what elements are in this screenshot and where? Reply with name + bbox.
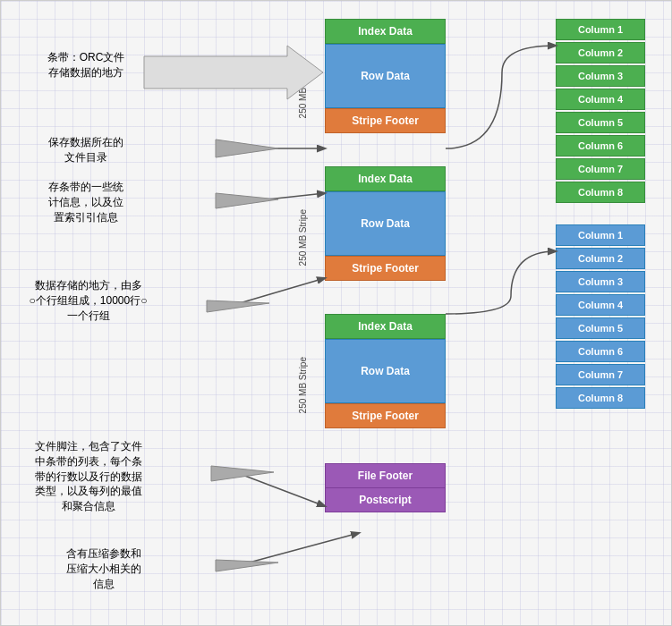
- label-stats: 存条带的一些统 计信息，以及位 置索引引信息: [19, 180, 153, 224]
- col-group1-item-4: Column 4: [556, 89, 645, 110]
- col-group1-item-6: Column 6: [556, 135, 645, 156]
- svg-line-9: [242, 533, 359, 564]
- label-file-footer: 文件脚注，包含了文件 中条带的列表，每个条 带的行数以及行的数据 类型，以及每列…: [10, 439, 166, 514]
- stripe-3: 250 MB Stripe Index Data Row Data Stripe…: [325, 314, 446, 428]
- stripe-1-row: Row Data: [325, 44, 446, 108]
- stripe-3-index: Index Data: [325, 314, 446, 339]
- label-stripe: 条带：ORC文件 存储数据的地方: [19, 50, 153, 80]
- label-data-storage: 数据存储的地方，由多 ○个行组组成，10000行○ 一个行组: [10, 278, 166, 323]
- col-group1-item-8: Column 8: [556, 182, 645, 203]
- file-footer-block: File Footer: [325, 463, 446, 488]
- stripe-2: 250 MB Stripe Index Data Row Data Stripe…: [325, 166, 446, 281]
- stripe-2-label: 250 MB Stripe: [298, 209, 308, 266]
- postscript-block: Postscript: [325, 488, 446, 512]
- label-file-dir: 保存数据所在的 文件目录: [19, 135, 153, 165]
- col-group1-item-1: Column 1: [556, 19, 645, 40]
- col-group2-item-7: Column 7: [556, 364, 645, 385]
- stripe-1-footer: Stripe Footer: [325, 108, 446, 133]
- stripe-3-label: 250 MB Stripe: [298, 357, 308, 413]
- svg-marker-8: [211, 466, 274, 481]
- stripe-2-footer: Stripe Footer: [325, 256, 446, 281]
- col-group2-item-5: Column 5: [556, 317, 645, 339]
- column-group-1: Column 1 Column 2 Column 3 Column 4 Colu…: [556, 19, 645, 205]
- col-group1-item-3: Column 3: [556, 65, 645, 87]
- svg-line-3: [242, 193, 325, 202]
- col-group2-item-4: Column 4: [556, 294, 645, 316]
- stripe-3-footer: Stripe Footer: [325, 403, 446, 428]
- stripe-1: 250 MB Stripe Index Data Row Data Stripe…: [325, 19, 446, 133]
- col-group2-item-8: Column 8: [556, 387, 645, 409]
- col-group1-item-5: Column 5: [556, 112, 645, 133]
- column-group-2: Column 1 Column 2 Column 3 Column 4 Colu…: [556, 224, 645, 410]
- svg-marker-10: [216, 560, 278, 571]
- col-group1-item-2: Column 2: [556, 42, 645, 63]
- label-postscript: 含有压缩参数和 压缩大小相关的 信息: [37, 546, 171, 591]
- stripe-1-index: Index Data: [325, 19, 446, 44]
- svg-marker-2: [216, 140, 278, 157]
- col-group2-item-1: Column 1: [556, 224, 645, 246]
- svg-line-7: [242, 475, 325, 506]
- stripe-2-index: Index Data: [325, 166, 446, 191]
- col-group1-item-7: Column 7: [556, 158, 645, 180]
- file-section: File Footer Postscript: [325, 463, 446, 512]
- col-group2-item-6: Column 6: [556, 341, 645, 362]
- stripe-1-label: 250 MB Stripe: [298, 62, 308, 118]
- svg-marker-6: [207, 300, 269, 312]
- stripe-2-row: Row Data: [325, 191, 446, 256]
- col-group2-item-2: Column 2: [556, 248, 645, 269]
- svg-line-5: [234, 278, 325, 305]
- col-group2-item-3: Column 3: [556, 271, 645, 292]
- stripe-3-row: Row Data: [325, 339, 446, 403]
- svg-marker-0: [144, 46, 323, 99]
- svg-marker-4: [216, 193, 278, 208]
- diagram-container: 条带：ORC文件 存储数据的地方 保存数据所在的 文件目录 存条带的一些统 计信…: [1, 1, 672, 626]
